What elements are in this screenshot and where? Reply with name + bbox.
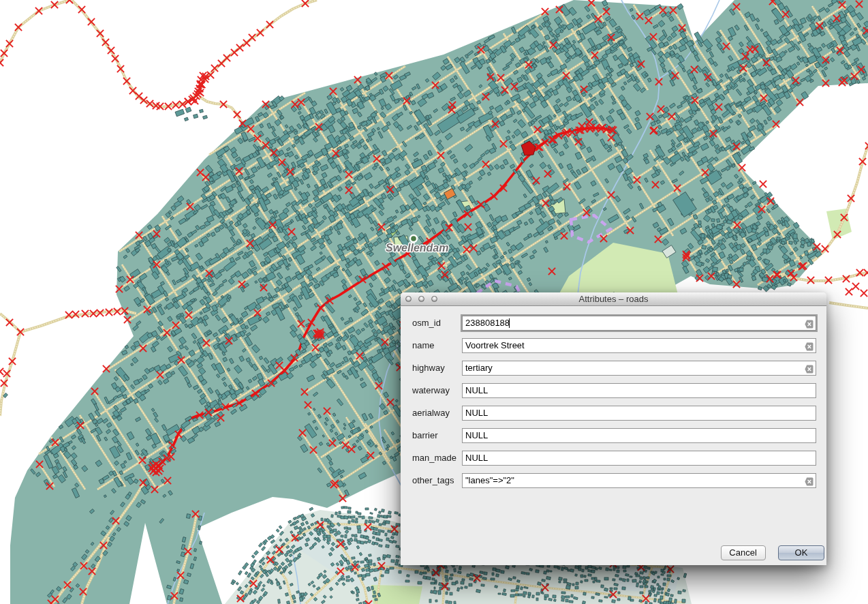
- svg-text:Swellendam: Swellendam: [386, 242, 448, 254]
